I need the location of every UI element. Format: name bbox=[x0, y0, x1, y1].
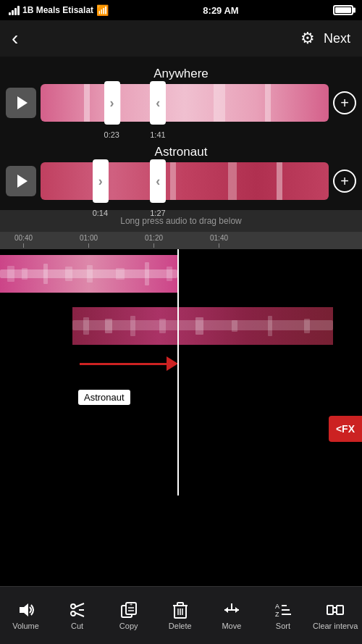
svg-rect-6 bbox=[116, 268, 125, 280]
timeline-hint: Long press audio to drag below bbox=[120, 216, 241, 226]
svg-rect-2 bbox=[22, 268, 28, 280]
carrier-info: 1B Meals Etisalat 📶 bbox=[9, 4, 109, 16]
move-label: Move bbox=[222, 622, 241, 630]
fx-button[interactable]: <FX bbox=[329, 416, 362, 442]
drag-arrow bbox=[80, 356, 178, 371]
track-anywhere-title: Anywhere bbox=[0, 67, 362, 81]
svg-rect-17 bbox=[304, 319, 310, 333]
next-button[interactable]: Next bbox=[324, 31, 350, 46]
toolbar: Volume Cut + Copy bbox=[0, 586, 362, 644]
delete-label: Delete bbox=[169, 622, 192, 630]
svg-rect-10 bbox=[83, 317, 89, 335]
svg-rect-8 bbox=[167, 267, 172, 281]
volume-label: Volume bbox=[12, 622, 39, 630]
tool-clear-interval[interactable]: Clear interva bbox=[313, 601, 358, 630]
battery-area bbox=[333, 5, 353, 15]
waveform-anywhere: 0:23 1:41 bbox=[41, 84, 329, 122]
svg-line-22 bbox=[75, 613, 84, 616]
volume-icon bbox=[17, 601, 35, 619]
svg-rect-16 bbox=[268, 316, 272, 336]
trim-right-anywhere[interactable]: 1:41 bbox=[150, 81, 166, 125]
ruler-tick-40: 00:40 bbox=[14, 234, 33, 248]
svg-text:Z: Z bbox=[275, 611, 279, 618]
cut-label: Cut bbox=[71, 622, 83, 630]
arrow-head bbox=[167, 356, 178, 371]
tool-cut[interactable]: Cut bbox=[56, 601, 99, 630]
trim-end-time-anywhere: 1:41 bbox=[150, 130, 165, 139]
waveform-astronaut-bg bbox=[41, 162, 329, 200]
trim-start-time-anywhere: 0:23 bbox=[104, 130, 119, 139]
tool-delete[interactable]: Delete bbox=[159, 601, 202, 630]
svg-rect-12 bbox=[130, 316, 135, 336]
waveform-anywhere-bg bbox=[41, 84, 329, 122]
tool-move[interactable]: Move bbox=[210, 601, 253, 630]
track-astronaut-title: Astronaut bbox=[0, 145, 362, 159]
tool-copy[interactable]: + Copy bbox=[107, 601, 151, 630]
timeline-section: Long press audio to drag below 00:40 01:… bbox=[0, 210, 362, 495]
settings-icon[interactable]: ⚙ bbox=[300, 29, 315, 48]
add-button-anywhere[interactable]: + bbox=[333, 91, 356, 114]
play-button-anywhere[interactable] bbox=[6, 88, 36, 118]
cut-icon bbox=[68, 601, 87, 619]
ruler-tick-100: 01:00 bbox=[80, 234, 98, 248]
copy-icon: + bbox=[119, 601, 138, 619]
lane-anywhere-wave bbox=[0, 255, 177, 293]
trim-left-anywhere[interactable]: 0:23 bbox=[104, 81, 120, 125]
add-button-astronaut[interactable]: + bbox=[333, 170, 356, 193]
svg-rect-45 bbox=[337, 606, 343, 614]
trim-right-astronaut[interactable]: 1:27 bbox=[150, 159, 166, 203]
svg-rect-31 bbox=[177, 603, 183, 606]
tool-sort[interactable]: A Z Sort bbox=[261, 601, 305, 630]
lane-astronaut-wave bbox=[72, 307, 333, 345]
lane-anywhere[interactable] bbox=[0, 255, 177, 293]
track-astronaut-row: 0:14 1:27 + bbox=[0, 162, 362, 200]
track-anywhere-row: 0:23 1:41 + bbox=[0, 84, 362, 122]
signal-icon bbox=[9, 6, 20, 15]
move-icon bbox=[222, 601, 241, 619]
track-anywhere: Anywhere 0:23 1:41 bbox=[0, 64, 362, 129]
ruler-tick-140: 01:40 bbox=[210, 234, 228, 248]
lane-anywhere-bg bbox=[0, 255, 177, 293]
ruler-tick-120: 01:20 bbox=[145, 234, 163, 248]
trim-end-time-astronaut: 1:27 bbox=[150, 209, 165, 217]
svg-rect-15 bbox=[232, 320, 237, 332]
astronaut-label: Astronaut bbox=[78, 390, 130, 405]
clear-interval-label: Clear interva bbox=[313, 622, 358, 630]
track-astronaut: Astronaut 0:14 1:27 + bbox=[0, 142, 362, 207]
svg-rect-1 bbox=[7, 266, 14, 282]
svg-marker-36 bbox=[224, 607, 228, 613]
clear-interval-icon bbox=[326, 601, 345, 619]
svg-line-21 bbox=[75, 603, 84, 607]
clock: 8:29 AM bbox=[203, 5, 238, 16]
play-button-astronaut[interactable] bbox=[6, 166, 36, 196]
svg-point-19 bbox=[71, 604, 75, 609]
svg-point-20 bbox=[71, 611, 75, 616]
playhead bbox=[177, 249, 179, 495]
header-actions: ⚙ Next bbox=[300, 29, 350, 48]
lane-astronaut[interactable] bbox=[72, 307, 333, 345]
timeline-area[interactable]: Astronaut <FX bbox=[0, 249, 362, 495]
arrow-line bbox=[80, 363, 167, 365]
svg-rect-5 bbox=[87, 265, 93, 283]
trim-start-time-astronaut: 0:14 bbox=[93, 209, 108, 217]
carrier-text: 1B Meals Etisalat bbox=[22, 5, 93, 15]
timeline-header: Long press audio to drag below bbox=[0, 210, 362, 232]
tracks-section: Anywhere 0:23 1:41 bbox=[0, 57, 362, 210]
back-button[interactable]: ‹ bbox=[12, 28, 18, 49]
svg-rect-14 bbox=[195, 317, 203, 335]
sort-label: Sort bbox=[276, 622, 290, 630]
header: ‹ ⚙ Next bbox=[0, 20, 362, 57]
tool-volume[interactable]: Volume bbox=[4, 601, 48, 630]
trim-left-astronaut[interactable]: 0:14 bbox=[93, 159, 109, 203]
copy-label: Copy bbox=[119, 622, 138, 630]
svg-rect-7 bbox=[145, 262, 149, 285]
svg-rect-4 bbox=[65, 267, 72, 281]
lane-astronaut-bg bbox=[72, 307, 333, 345]
wifi-icon: 📶 bbox=[96, 4, 109, 16]
svg-marker-18 bbox=[20, 603, 28, 616]
svg-rect-3 bbox=[43, 264, 48, 284]
waveform-astronaut: 0:14 1:27 bbox=[41, 162, 329, 200]
sort-icon: A Z bbox=[274, 601, 292, 619]
timeline-ruler: 00:40 01:00 01:20 01:40 bbox=[0, 232, 362, 249]
svg-rect-13 bbox=[159, 319, 166, 333]
